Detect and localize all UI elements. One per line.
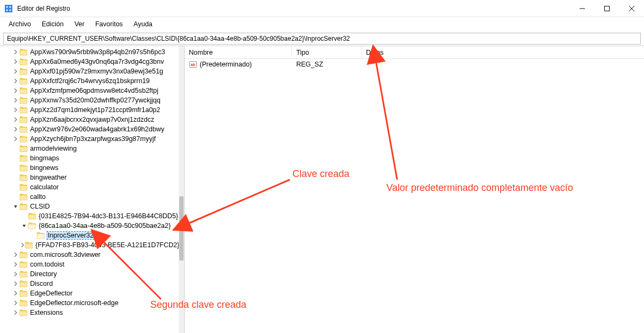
col-name[interactable]: Nombre bbox=[185, 46, 292, 58]
menu-favorites[interactable]: Favoritos bbox=[90, 19, 128, 29]
menu-help[interactable]: Ayuda bbox=[128, 19, 158, 29]
tree-scrollbar[interactable] bbox=[179, 46, 184, 333]
folder-icon bbox=[19, 193, 28, 201]
string-value-icon: ab bbox=[189, 60, 197, 69]
expander-closed-icon[interactable] bbox=[12, 291, 19, 295]
menu-file[interactable]: Archivo bbox=[3, 19, 36, 29]
folder-icon bbox=[19, 183, 28, 191]
tree-node[interactable]: AppXzwr976v2e060wada4gabrk1x69h2dbwy bbox=[0, 124, 179, 134]
registry-tree[interactable]: AppXws790r9w5rbb9w3p8p4qb2n97s5h6pc3AppX… bbox=[0, 46, 179, 319]
expander-closed-icon[interactable] bbox=[20, 243, 25, 247]
tree-node[interactable]: EdgeDeflector bbox=[0, 288, 179, 298]
tree-node[interactable]: EdgeDeflector.microsoft-edge bbox=[0, 298, 179, 308]
tree-node[interactable]: AppXzych6jbn7p3xzarpfwgxas39g87myyjf bbox=[0, 134, 179, 144]
minimize-button[interactable] bbox=[570, 0, 595, 17]
app-icon bbox=[4, 4, 13, 13]
tree-node[interactable]: callto bbox=[0, 192, 179, 202]
expander-closed-icon[interactable] bbox=[12, 88, 19, 93]
folder-icon bbox=[19, 58, 28, 65]
folder-open-icon bbox=[28, 222, 36, 230]
tree-node[interactable]: bingnews bbox=[0, 163, 179, 173]
expander-closed-icon[interactable] bbox=[12, 79, 19, 83]
folder-icon bbox=[19, 174, 28, 181]
expander-closed-icon[interactable] bbox=[12, 301, 19, 305]
tree-node[interactable]: AppXx6a0med6y43gv0nq6qa7r3vdg4cg3bnv bbox=[0, 57, 179, 66]
tree-node-label: calculator bbox=[30, 183, 59, 191]
tree-node[interactable]: {031E4825-7B94-4dc3-B131-E946B44C8DD5} bbox=[0, 211, 179, 221]
tree-node[interactable]: AppXzn6aajbcrxx2qvxjawp7v0xnj1zdzdcz bbox=[0, 115, 179, 124]
tree-node[interactable]: bingmaps bbox=[0, 153, 179, 163]
expander-closed-icon[interactable] bbox=[12, 98, 19, 102]
tree-node-label: callto bbox=[30, 193, 46, 201]
tree-node[interactable]: Extensions bbox=[0, 308, 179, 317]
maximize-button[interactable] bbox=[595, 0, 619, 17]
menubar: Archivo Edición Ver Favoritos Ayuda bbox=[0, 17, 644, 31]
tree-node-label: Discord bbox=[30, 280, 53, 287]
menu-edit[interactable]: Edición bbox=[36, 19, 69, 29]
expander-open-icon[interactable] bbox=[12, 204, 19, 209]
tree-node[interactable]: AppXxf01pj590w7z9mxmyv3nx0a9ewj3e51g bbox=[0, 66, 179, 76]
expander-closed-icon[interactable] bbox=[12, 69, 19, 73]
tree-node-label: com.todoist bbox=[30, 261, 64, 268]
expander-closed-icon[interactable] bbox=[12, 108, 19, 112]
expander-closed-icon[interactable] bbox=[12, 127, 19, 131]
folder-icon bbox=[19, 135, 28, 143]
close-button[interactable] bbox=[619, 0, 644, 17]
tree-node[interactable]: AppXxfzmfpme06qpdmsvw8etc4vd5sb2ftpj bbox=[0, 86, 179, 95]
tree-node-label: {031E4825-7B94-4dc3-B131-E946B44C8DD5} bbox=[39, 212, 178, 220]
tree-node[interactable]: AppXxnw7s35d20m02dwhffkp0277ywckjjqq bbox=[0, 95, 179, 105]
expander-closed-icon[interactable] bbox=[12, 310, 19, 315]
folder-icon bbox=[19, 77, 28, 85]
tree-node[interactable]: Directory bbox=[0, 269, 179, 279]
expander-closed-icon[interactable] bbox=[12, 117, 19, 122]
values-row[interactable]: ab (Predeterminado) REG_SZ bbox=[185, 59, 644, 70]
window-title: Editor del Registro bbox=[17, 5, 570, 12]
tree-node[interactable]: com.microsoft.3dviewer bbox=[0, 250, 179, 260]
expander-closed-icon[interactable] bbox=[12, 253, 19, 257]
tree-node-label: bingweather bbox=[30, 174, 67, 181]
svg-rect-4 bbox=[9, 9, 11, 11]
tree-node[interactable]: bingweather bbox=[0, 173, 179, 182]
svg-rect-2 bbox=[9, 6, 11, 8]
expander-closed-icon[interactable] bbox=[12, 50, 19, 54]
expander-closed-icon[interactable] bbox=[12, 282, 19, 286]
scrollbar-thumb[interactable] bbox=[179, 196, 184, 261]
tree-node[interactable]: armodelviewing bbox=[0, 144, 179, 153]
expander-open-icon[interactable] bbox=[20, 224, 28, 228]
tree-node[interactable]: AppXws790r9w5rbb9w3p8p4qb2n97s5h6pc3 bbox=[0, 47, 179, 57]
folder-icon bbox=[19, 125, 28, 133]
tree-node-label: AppXxfctf2rqj6c7b4wrvys6zq1bskprrn19 bbox=[30, 77, 150, 85]
svg-text:ab: ab bbox=[191, 63, 195, 66]
tree-node-label: EdgeDeflector bbox=[30, 290, 72, 297]
address-input[interactable] bbox=[3, 33, 641, 45]
tree-node-label: AppXws790r9w5rbb9w3p8p4qb2n97s5h6pc3 bbox=[30, 48, 165, 56]
values-pane: Nombre Tipo Datos ab (Predeterminado) RE… bbox=[185, 46, 644, 333]
expander-closed-icon[interactable] bbox=[12, 262, 19, 267]
folder-icon bbox=[19, 87, 28, 94]
expander-closed-icon[interactable] bbox=[12, 137, 19, 141]
col-type[interactable]: Tipo bbox=[292, 46, 362, 58]
expander-closed-icon[interactable] bbox=[12, 272, 19, 276]
tree-node[interactable]: InprocServer32 bbox=[0, 231, 179, 240]
tree-node[interactable]: calculator bbox=[0, 182, 179, 192]
tree-node[interactable]: AppXxfctf2rqj6c7b4wrvys6zq1bskprrn19 bbox=[0, 76, 179, 86]
menu-view[interactable]: Ver bbox=[69, 19, 90, 29]
tree-node[interactable]: {86ca1aa0-34aa-4e8b-a509-50c905bae2a2} bbox=[0, 221, 179, 231]
folder-open-icon bbox=[36, 232, 45, 239]
expander-closed-icon[interactable] bbox=[12, 60, 19, 64]
folder-icon bbox=[19, 203, 28, 210]
folder-icon bbox=[19, 154, 28, 162]
tree-node-label: AppXx6a0med6y43gv0nq6qa7r3vdg4cg3bnv bbox=[30, 58, 164, 65]
tree-node[interactable]: {FFAD7F83-FB93-4093-BE5E-A121E1D7FCD2} bbox=[0, 240, 179, 250]
tree-node-label: AppXxf01pj590w7z9mxmyv3nx0a9ewj3e51g bbox=[30, 68, 163, 75]
tree-node[interactable]: AppXz2d7qm1dmekjyt1p721ccpt9mfr1a0p2 bbox=[0, 105, 179, 115]
values-header[interactable]: Nombre Tipo Datos bbox=[185, 46, 644, 59]
folder-icon bbox=[19, 280, 28, 287]
col-data[interactable]: Datos bbox=[362, 46, 644, 58]
tree-node-label: InprocServer32 bbox=[47, 232, 94, 239]
tree-node[interactable]: com.todoist bbox=[0, 260, 179, 269]
values-body[interactable]: ab (Predeterminado) REG_SZ bbox=[185, 59, 644, 333]
tree-node[interactable]: CLSID bbox=[0, 202, 179, 211]
tree-node[interactable]: Discord bbox=[0, 279, 179, 288]
folder-icon bbox=[28, 212, 36, 220]
